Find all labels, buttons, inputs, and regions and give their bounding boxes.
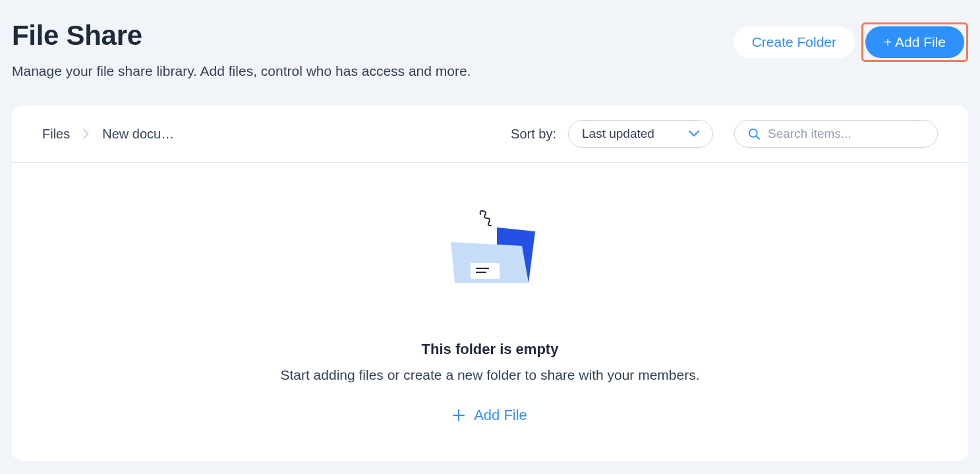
chevron-down-icon	[689, 131, 699, 137]
add-file-link[interactable]: Add File	[453, 407, 527, 424]
sort-select[interactable]: Last updated	[568, 120, 713, 148]
annotation-highlight: + Add File	[861, 22, 968, 62]
breadcrumb-current: New docu…	[102, 127, 174, 142]
svg-line-1	[757, 136, 760, 140]
sort-value: Last updated	[582, 127, 654, 141]
svg-rect-4	[471, 263, 500, 279]
empty-state-subtitle: Start adding files or create a new folde…	[280, 367, 699, 383]
add-file-button[interactable]: + Add File	[865, 26, 964, 58]
page-title: File Share	[12, 20, 471, 51]
page-header: File Share Manage your file share librar…	[12, 20, 968, 79]
file-panel: Files New docu… Sort by: Last updated	[12, 105, 968, 461]
panel-toolbar: Files New docu… Sort by: Last updated	[12, 105, 968, 163]
header-actions: Create Folder + Add File	[734, 20, 968, 62]
plus-icon	[453, 409, 465, 421]
add-file-link-label: Add File	[474, 407, 527, 424]
sort-group: Sort by: Last updated	[511, 120, 713, 148]
create-folder-button[interactable]: Create Folder	[734, 26, 855, 58]
empty-state: This folder is empty Start adding files …	[12, 163, 968, 461]
search-icon	[748, 128, 760, 140]
empty-folder-illustration	[451, 209, 550, 295]
chevron-right-icon	[83, 129, 89, 139]
page-subtitle: Manage your file share library. Add file…	[12, 63, 471, 79]
search-field[interactable]	[734, 120, 938, 148]
breadcrumb: Files New docu…	[42, 127, 174, 142]
search-input[interactable]	[768, 127, 924, 141]
sort-by-label: Sort by:	[511, 127, 556, 142]
empty-state-title: This folder is empty	[422, 341, 559, 358]
breadcrumb-root[interactable]: Files	[42, 127, 70, 142]
